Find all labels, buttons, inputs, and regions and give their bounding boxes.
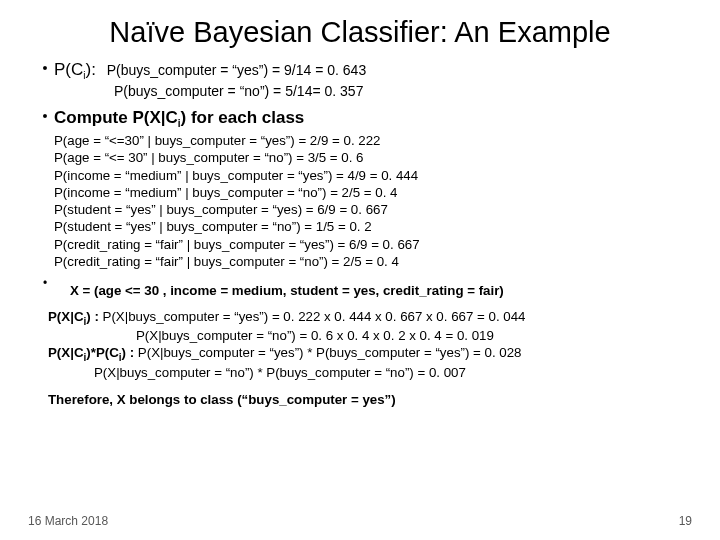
x-definition: X = (age <= 30 , income = medium, studen… bbox=[70, 282, 684, 299]
bullet-dot: • bbox=[36, 276, 54, 305]
prob-line: P(student = “yes” | buys_computer = “yes… bbox=[54, 201, 684, 218]
prob-line: P(income = “medium” | buys_computer = “y… bbox=[54, 167, 684, 184]
pci-line1: P(buys_computer = “yes”) = 9/14 = 0. 643 bbox=[107, 62, 367, 78]
footer-page: 19 bbox=[679, 514, 692, 528]
prob-line: P(credit_rating = “fair” | buys_computer… bbox=[54, 253, 684, 270]
prob-line: P(income = “medium” | buys_computer = “n… bbox=[54, 184, 684, 201]
pci-line2: P(buys_computer = “no”) = 5/14= 0. 357 bbox=[114, 82, 684, 100]
compute-header: Compute P(X|Ci) for each class bbox=[54, 107, 684, 130]
calc-line4: P(X|buys_computer = “no”) * P(buys_compu… bbox=[94, 364, 684, 381]
pci-label: P(Ci): bbox=[54, 60, 101, 79]
footer-date: 16 March 2018 bbox=[28, 514, 108, 528]
calc-line3: P(X|Ci)*P(Ci) : P(X|buys_computer = “yes… bbox=[48, 344, 684, 364]
calc-line1: P(X|Ci) : P(X|buys_computer = “yes”) = 0… bbox=[48, 308, 684, 328]
slide-footer: 16 March 2018 19 bbox=[0, 514, 720, 528]
bullet-dot: • bbox=[36, 59, 54, 101]
bullet-pci: • P(Ci): P(buys_computer = “yes”) = 9/14… bbox=[36, 59, 684, 101]
bullet-compute: • Compute P(X|Ci) for each class bbox=[36, 107, 684, 130]
conclusion: Therefore, X belongs to class (“buys_com… bbox=[48, 391, 684, 408]
calc-line2: P(X|buys_computer = “no”) = 0. 6 x 0. 4 … bbox=[136, 327, 684, 344]
bullet-xdef: • X = (age <= 30 , income = medium, stud… bbox=[36, 276, 684, 305]
slide-content: • P(Ci): P(buys_computer = “yes”) = 9/14… bbox=[0, 55, 720, 409]
calculation-block: P(X|Ci) : P(X|buys_computer = “yes”) = 0… bbox=[48, 308, 684, 382]
bullet-dot: • bbox=[36, 107, 54, 130]
prob-line: P(student = “yes” | buys_computer = “no”… bbox=[54, 218, 684, 235]
probability-lines: P(age = “<=30” | buys_computer = “yes”) … bbox=[54, 132, 684, 270]
prob-line: P(age = “<=30” | buys_computer = “yes”) … bbox=[54, 132, 684, 149]
prob-line: P(age = “<= 30” | buys_computer = “no”) … bbox=[54, 149, 684, 166]
slide-title: Naïve Bayesian Classifier: An Example bbox=[0, 0, 720, 55]
prob-line: P(credit_rating = “fair” | buys_computer… bbox=[54, 236, 684, 253]
